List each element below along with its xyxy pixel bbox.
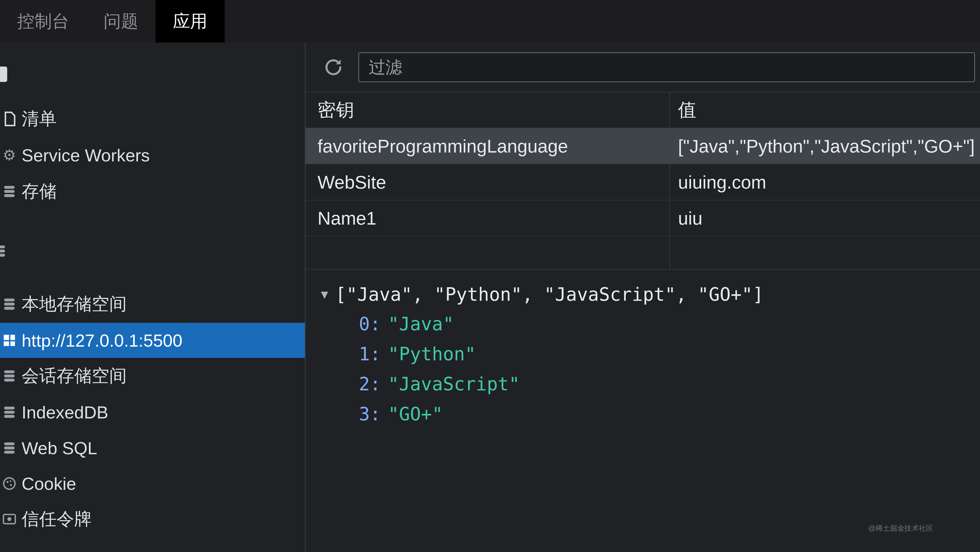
sidebar-item-label: http://127.0.0.1:5500: [22, 330, 182, 351]
storage-value[interactable]: ["Java","Python","JavaScript","GO+"]: [670, 128, 980, 164]
array-preview-summary[interactable]: ▼ ["Java", "Python", "JavaScript", "GO+"…: [321, 279, 980, 309]
sidebar-item-indexeddb[interactable]: IndexedDB: [0, 395, 305, 430]
sidebar-item-origin-127-0-0-1-5500[interactable]: http://127.0.0.1:5500: [0, 323, 305, 358]
array-entry: 2: "JavaScript": [321, 369, 980, 399]
sidebar-item-storage[interactable]: 存储: [0, 174, 305, 209]
application-panel: 清单 ⚙ Service Workers 存储: [0, 43, 980, 552]
sidebar-item-label: 存储: [22, 180, 57, 203]
sidebar-item-label: Cookie: [22, 474, 76, 494]
storage-key[interactable]: WebSite: [305, 164, 670, 200]
storage-items-table: 密钥 值 favoriteProgrammingLanguage ["Java"…: [305, 93, 980, 269]
column-header-value[interactable]: 值: [670, 93, 980, 128]
devtools-tabbar: 控制台 问题 应用: [0, 0, 980, 43]
tab-console[interactable]: 控制台: [0, 0, 86, 43]
database-stack-icon: [2, 183, 17, 199]
array-value: "GO+": [388, 403, 443, 425]
cookie-icon: [2, 475, 17, 491]
sidebar-item-manifest[interactable]: 清单: [0, 101, 305, 136]
array-index: 3:: [359, 403, 381, 425]
table-row-empty[interactable]: [305, 236, 980, 269]
local-storage-view: 密钥 值 favoriteProgrammingLanguage ["Java"…: [305, 43, 980, 552]
expand-triangle-icon[interactable]: ▼: [321, 287, 328, 301]
array-entry: 1: "Python": [321, 339, 980, 369]
storage-value[interactable]: uiuing.com: [670, 164, 980, 200]
database-stack-icon: [2, 404, 17, 420]
sidebar-item-cookie[interactable]: Cookie: [0, 466, 305, 501]
table-header-row: 密钥 值: [305, 93, 980, 128]
array-index: 0:: [359, 313, 381, 335]
devtools-window: 控制台 问题 应用 清单 ⚙ Service Workers: [0, 0, 980, 552]
array-value: "Python": [388, 343, 476, 365]
sidebar-item-session-storage[interactable]: 会话存储空间: [0, 358, 305, 394]
array-value: "JavaScript": [388, 373, 520, 395]
array-summary-text: ["Java", "Python", "JavaScript", "GO+"]: [335, 284, 764, 305]
storage-key[interactable]: favoriteProgrammingLanguage: [305, 128, 670, 164]
sidebar-item-label: 信任令牌: [22, 507, 92, 531]
array-index: 1:: [359, 343, 381, 365]
storage-key[interactable]: Name1: [305, 200, 670, 236]
array-value: "Java": [388, 313, 454, 335]
gear-icon: ⚙: [2, 147, 17, 163]
tab-issues[interactable]: 问题: [86, 0, 156, 43]
sidebar-item-local-storage[interactable]: 本地存储空间: [0, 287, 305, 322]
storage-toolbar: [305, 43, 980, 93]
application-sidebar: 清单 ⚙ Service Workers 存储: [0, 43, 305, 552]
database-stack-icon: [2, 296, 17, 312]
sidebar-item-label: IndexedDB: [22, 402, 108, 422]
sidebar-item-label: 清单: [22, 107, 57, 131]
column-header-key[interactable]: 密钥: [305, 93, 670, 128]
clipped-icon: [0, 67, 7, 82]
sidebar-item-trust-tokens[interactable]: 信任令牌: [0, 501, 305, 537]
sidebar-item-service-workers[interactable]: ⚙ Service Workers: [0, 138, 305, 173]
table-row[interactable]: Name1 uiu: [305, 200, 980, 236]
value-preview-pane: ▼ ["Java", "Python", "JavaScript", "GO+"…: [305, 269, 980, 552]
storage-value[interactable]: uiu: [670, 200, 980, 236]
filter-input[interactable]: [358, 53, 975, 82]
sidebar-item-label: 会话存储空间: [22, 364, 127, 388]
token-icon: [2, 511, 17, 527]
table-row[interactable]: favoriteProgrammingLanguage ["Java","Pyt…: [305, 128, 980, 164]
sidebar-item-web-sql[interactable]: Web SQL: [0, 431, 305, 466]
array-entry: 0: "Java": [321, 309, 980, 339]
watermark-text: @稀土掘金技术社区: [869, 523, 933, 533]
refresh-button[interactable]: [322, 56, 344, 78]
database-stack-icon: [2, 368, 17, 384]
sidebar-item-label: 本地存储空间: [22, 292, 127, 316]
clipped-icon: [0, 243, 8, 259]
array-entry: 3: "GO+": [321, 399, 980, 429]
tab-application[interactable]: 应用: [156, 0, 225, 43]
table-grid-icon: [2, 332, 17, 348]
refresh-icon: [322, 56, 344, 78]
table-row[interactable]: WebSite uiuing.com: [305, 164, 980, 200]
document-icon: [2, 111, 17, 127]
array-index: 2:: [359, 373, 381, 395]
sidebar-item-label: Service Workers: [22, 145, 150, 165]
database-stack-icon: [2, 440, 17, 456]
sidebar-item-label: Web SQL: [22, 438, 97, 458]
